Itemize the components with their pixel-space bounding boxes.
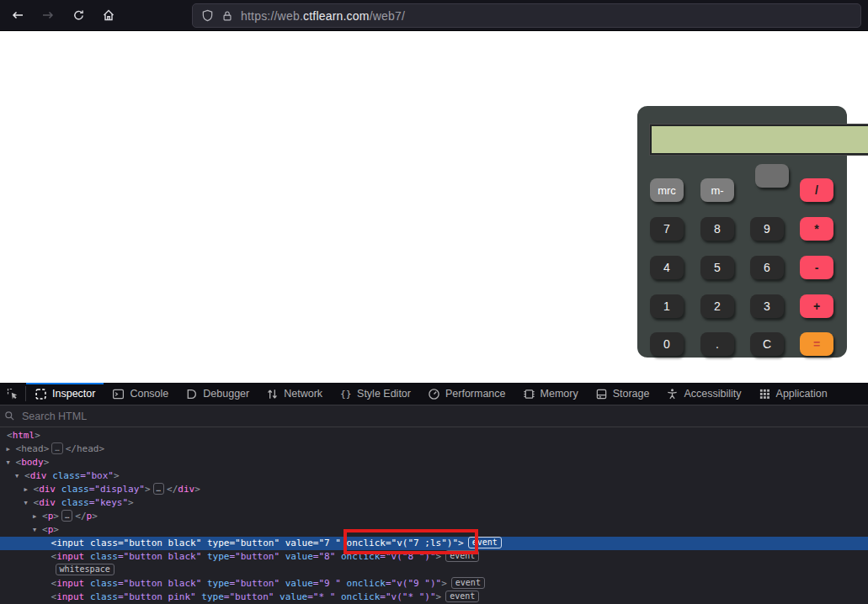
- twisty-right-icon[interactable]: ▶: [24, 483, 34, 496]
- tab-style-editor[interactable]: {}Style Editor: [331, 383, 419, 405]
- twisty-down-icon[interactable]: ▼: [33, 523, 42, 537]
- calc-button-C[interactable]: C: [750, 332, 784, 356]
- markup-row-body[interactable]: ▼<body>: [0, 456, 868, 469]
- code-val: ="7 ": [313, 538, 341, 548]
- markup-row-html[interactable]: <html>: [0, 429, 868, 442]
- code-p: >: [145, 484, 151, 495]
- tab-accessibility[interactable]: Accessibility: [658, 383, 749, 405]
- pick-element-icon[interactable]: [0, 383, 25, 405]
- markup-row-div-keys[interactable]: ▼<div class="keys">: [0, 496, 868, 510]
- code-val: ="button pink": [118, 591, 196, 602]
- twisty-down-icon[interactable]: ▼: [7, 456, 16, 469]
- calculator: mrcm-/789*456-123+0.C=: [637, 106, 847, 358]
- twisty-down-icon[interactable]: ▼: [24, 496, 34, 510]
- calc-button-0[interactable]: 0: [650, 332, 684, 356]
- code-val: ="button black": [118, 578, 201, 589]
- markup-row-input-star[interactable]: <input class="button pink" type="button"…: [0, 591, 868, 604]
- code-p: >: [35, 430, 40, 441]
- inspector-icon: [35, 388, 47, 400]
- markup-row-div-box[interactable]: ▼<div class="box">: [0, 469, 868, 483]
- code-plain: [201, 551, 207, 562]
- calc-button-/[interactable]: /: [800, 178, 833, 202]
- event-badge[interactable]: event: [445, 591, 479, 602]
- code-attr: class: [61, 484, 89, 495]
- code-p: >: [128, 497, 134, 508]
- tab-console[interactable]: Console: [104, 383, 177, 405]
- code-p: <: [7, 430, 13, 441]
- code-plain: [84, 551, 90, 562]
- calc-button-3[interactable]: 3: [750, 294, 784, 318]
- collapsed-ellipsis-badge[interactable]: …: [61, 510, 72, 522]
- event-badge[interactable]: event: [451, 577, 485, 589]
- back-icon[interactable]: [5, 3, 30, 27]
- code-tag: input: [56, 578, 84, 589]
- tab-inspector[interactable]: Inspector: [26, 383, 104, 405]
- markup-row-head[interactable]: ▶<head>…</head>: [0, 442, 868, 456]
- calc-button-.[interactable]: .: [700, 332, 734, 356]
- red-annotation-box: [343, 529, 478, 554]
- code-attr: class: [90, 591, 118, 602]
- code-attr: value: [285, 551, 313, 562]
- tab-label: Debugger: [203, 388, 249, 400]
- calc-button-+[interactable]: +: [800, 294, 833, 318]
- tab-performance[interactable]: Performance: [419, 383, 514, 405]
- calc-button-5[interactable]: 5: [700, 256, 734, 279]
- debugger-icon: [185, 388, 198, 400]
- tab-label: Storage: [613, 388, 650, 400]
- code-tag: div: [30, 470, 47, 481]
- url-bar[interactable]: https://web.ctflearn.com/web7/: [192, 3, 861, 28]
- calc-button-4[interactable]: 4: [650, 256, 684, 279]
- calc-button-2[interactable]: 2: [700, 294, 734, 318]
- home-icon[interactable]: [96, 3, 121, 27]
- calc-button-=[interactable]: =: [800, 332, 833, 356]
- markup-row-whitespace[interactable]: whitespace: [0, 564, 868, 577]
- tab-debugger[interactable]: Debugger: [177, 383, 258, 405]
- collapsed-ellipsis-badge[interactable]: …: [153, 483, 164, 495]
- code-attr: value: [285, 538, 313, 548]
- twisty-right-icon[interactable]: ▶: [7, 442, 16, 456]
- code-plain: [84, 538, 90, 548]
- calc-button-mrc[interactable]: mrc: [650, 178, 684, 202]
- code-p: </: [66, 443, 77, 454]
- tab-network[interactable]: Network: [258, 383, 331, 405]
- calc-button-1[interactable]: 1: [650, 294, 684, 318]
- devtools-panel: InspectorConsoleDebuggerNetwork{}Style E…: [0, 383, 868, 604]
- lock-icon[interactable]: [221, 10, 233, 22]
- calc-button-6[interactable]: 6: [750, 256, 784, 279]
- calculator-display[interactable]: [650, 125, 868, 155]
- calc-button-7[interactable]: 7: [650, 217, 684, 241]
- reload-icon[interactable]: [66, 3, 91, 27]
- whitespace-badge[interactable]: whitespace: [56, 564, 114, 575]
- calc-button-m-[interactable]: m-: [700, 178, 734, 202]
- markup-row-div-display[interactable]: ▶<div class="display">…</div>: [0, 483, 868, 496]
- calc-button-*[interactable]: *: [800, 217, 833, 241]
- tab-application[interactable]: Application: [750, 383, 836, 405]
- collapsed-ellipsis-badge[interactable]: …: [51, 442, 62, 454]
- memory-icon: [523, 388, 535, 400]
- twisty-down-icon[interactable]: ▼: [15, 469, 24, 483]
- forward-icon[interactable]: [35, 3, 61, 27]
- code-val: ="9 ": [313, 578, 341, 589]
- code-val: ="button black": [118, 538, 201, 548]
- url-text[interactable]: https://web.ctflearn.com/web7/: [241, 9, 405, 23]
- search-html-input[interactable]: [20, 410, 360, 423]
- code-val: ="button": [229, 538, 280, 548]
- tab-storage[interactable]: Storage: [587, 383, 658, 405]
- calc-button-8[interactable]: 8: [700, 217, 734, 241]
- markup-row-p-collapsed[interactable]: ▶<p>…</p>: [0, 510, 868, 523]
- tab-label: Accessibility: [684, 388, 741, 400]
- code-attr: value: [280, 591, 307, 602]
- tab-memory[interactable]: Memory: [514, 383, 587, 405]
- calc-button-blank[interactable]: [755, 164, 789, 188]
- calc-button--[interactable]: -: [800, 256, 833, 279]
- code-plain: [280, 578, 285, 589]
- code-plain: [341, 578, 347, 589]
- code-tag: html: [13, 430, 35, 441]
- markup-row-input-9[interactable]: <input class="button black" type="button…: [0, 577, 868, 591]
- code-attr: class: [90, 538, 118, 548]
- twisty-right-icon[interactable]: ▶: [33, 510, 42, 523]
- calc-button-9[interactable]: 9: [750, 217, 784, 241]
- shield-icon[interactable]: [201, 9, 214, 22]
- code-p: <: [42, 511, 48, 522]
- code-p: </: [75, 511, 86, 522]
